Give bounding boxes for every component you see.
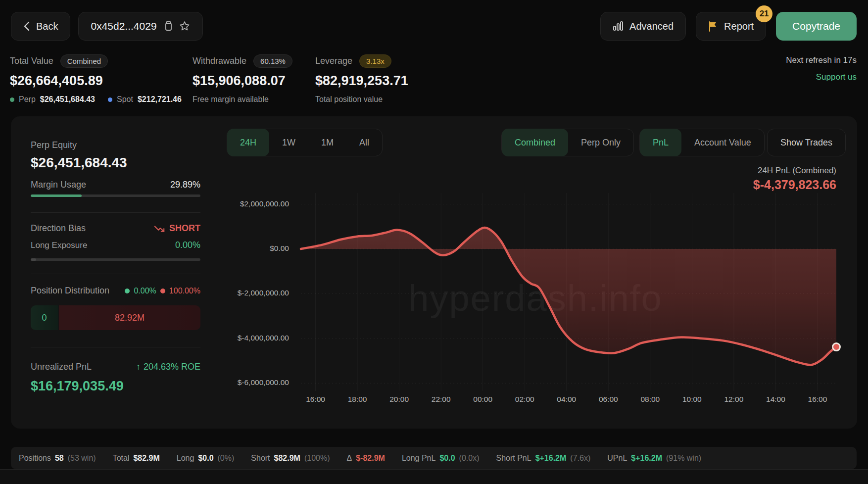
hyperdash-dashboard: Back 0x45d2...4029 Advanced (0, 0, 868, 484)
advanced-button[interactable]: Advanced (600, 12, 686, 41)
metric-tab-group: PnL Account Value (639, 129, 765, 156)
tab-account-value[interactable]: Account Value (681, 129, 764, 156)
tab-perp-only[interactable]: Perp Only (568, 129, 633, 156)
footer-total: Total$82.9M (113, 454, 160, 463)
pnl-area-chart[interactable] (297, 193, 845, 403)
withdrawable-amount: $15,906,088.07 (193, 73, 292, 89)
position-distribution-row: Position Distribution 0.00% 100.00% (31, 286, 200, 296)
total-value-amount: $26,664,405.89 (10, 73, 182, 89)
withdrawable-badge: 60.13% (253, 54, 292, 68)
short-pct-dot-icon (160, 289, 165, 293)
footer-short: Short$82.9M(100%) (251, 454, 330, 463)
arrow-up-icon: ↑ (136, 362, 141, 372)
range-tab-group: 24H 1W 1M All (227, 129, 383, 156)
margin-usage-bar (31, 194, 200, 197)
distribution-short-segment: 82.92M (59, 305, 200, 330)
long-pct-dot-icon (125, 289, 130, 293)
long-pct-value: 0.00% (134, 287, 156, 295)
mode-tab-group: Combined Perp Only (501, 129, 634, 156)
main-card: Perp Equity $26,451,684.43 Margin Usage … (11, 116, 857, 429)
footer-positions: Positions58(53 win) (19, 454, 96, 463)
tab-1w[interactable]: 1W (269, 129, 308, 156)
footer-upnl: UPnL$+16.2M(91% win) (607, 454, 701, 463)
spot-dot-icon (108, 97, 112, 102)
margin-usage-label: Margin Usage (31, 180, 86, 190)
tab-combined[interactable]: Combined (502, 129, 568, 156)
spot-value: $212,721.46 (138, 95, 182, 104)
direction-bias-label: Direction Bias (31, 223, 86, 234)
copytrade-label: Copytrade (792, 20, 840, 32)
perp-label: Perp (19, 95, 36, 104)
unrealized-pnl-label: Unrealized PnL (31, 362, 92, 372)
perp-equity-label: Perp Equity (31, 140, 200, 150)
long-exposure-value: 0.00% (175, 240, 200, 250)
perp-dot-icon (10, 97, 14, 102)
star-icon[interactable] (179, 20, 191, 32)
leverage-stat: Leverage 3.13x $82,919,253.71 Total posi… (315, 54, 408, 104)
leverage-sub: Total position value (315, 95, 383, 104)
y-tick-label: $-2,000,000.00 (238, 289, 289, 297)
tab-all[interactable]: All (346, 129, 382, 156)
direction-bias-value: SHORT (169, 223, 200, 234)
roe-value: 204.63% ROE (144, 362, 200, 372)
report-button-wrap: Report 21 (696, 12, 766, 41)
tab-24h[interactable]: 24H (227, 129, 269, 156)
footer-short-pnl: Short PnL$+16.2M(7.6x) (496, 454, 590, 463)
total-value-stat: Total Value Combined $26,664,405.89 Perp… (10, 54, 182, 104)
address-pill[interactable]: 0x45d2...4029 (78, 12, 202, 41)
withdrawable-sub: Free margin available (193, 95, 269, 104)
tab-1m[interactable]: 1M (308, 129, 346, 156)
y-tick-label: $2,000,000.00 (240, 199, 289, 208)
leverage-badge: 3.13x (359, 54, 391, 68)
wallet-address: 0x45d2...4029 (91, 20, 156, 32)
spot-label: Spot (117, 95, 133, 104)
total-value-label: Total Value (10, 56, 53, 66)
below-section (0, 470, 868, 484)
combined-badge: Combined (60, 54, 108, 68)
chart-y-axis-labels: $2,000,000.00$0.00$-2,000,000.00$-4,000,… (199, 193, 293, 403)
y-tick-label: $-6,000,000.00 (238, 378, 289, 387)
y-tick-label: $0.00 (270, 244, 289, 253)
chevron-left-icon (23, 21, 30, 31)
footer-long-pnl: Long PnL$0.0(0.0x) (402, 454, 480, 463)
chart-pnl-label: 24H PnL (Combined) (758, 166, 836, 176)
tab-pnl[interactable]: PnL (640, 129, 681, 156)
copy-icon[interactable] (163, 21, 173, 32)
unrealized-pnl-value: $16,179,035.49 (31, 379, 200, 394)
short-pct-value: 100.00% (169, 287, 200, 295)
distribution-long-segment: 0 (31, 305, 59, 330)
trending-down-icon (154, 225, 165, 233)
withdrawable-stat: Withdrawable 60.13% $15,906,088.07 Free … (193, 54, 292, 104)
margin-usage-fill (31, 194, 82, 197)
show-trades-button[interactable]: Show Trades (767, 129, 846, 156)
support-us-link[interactable]: Support us (816, 72, 857, 82)
unrealized-pnl-row: Unrealized PnL ↑ 204.63% ROE (31, 362, 200, 372)
header-actions: Advanced Report 21 Copytrade (600, 12, 857, 41)
copytrade-button[interactable]: Copytrade (776, 12, 857, 41)
long-exposure-bar (31, 258, 200, 261)
header-bar: Back 0x45d2...4029 Advanced (11, 12, 857, 41)
position-distribution-label: Position Distribution (31, 286, 109, 296)
direction-bias-row: Direction Bias SHORT (31, 223, 200, 234)
margin-usage-value: 29.89% (170, 180, 200, 190)
perp-value: $26,451,684.43 (40, 95, 95, 104)
withdrawable-label: Withdrawable (193, 56, 246, 66)
footer-long: Long$0.0(0%) (177, 454, 235, 463)
leverage-label: Leverage (315, 56, 352, 66)
long-exposure-label: Long Exposure (31, 241, 87, 250)
back-label: Back (36, 21, 58, 32)
distribution-bar: 0 82.92M (31, 305, 200, 330)
refresh-countdown: Next refresh in 17s (786, 55, 857, 65)
chart-pnl-value: $-4,379,823.66 (753, 178, 836, 192)
perp-equity-value: $26,451,684.43 (31, 155, 200, 171)
margin-usage-row: Margin Usage 29.89% (31, 180, 200, 190)
footer-delta: Δ$-82.9M (347, 454, 385, 463)
flag-icon (708, 21, 718, 32)
leverage-amount: $82,919,253.71 (315, 73, 408, 89)
positions-summary-bar: Positions58(53 win) Total$82.9M Long$0.0… (11, 447, 857, 469)
long-exposure-nub (31, 258, 36, 261)
back-button[interactable]: Back (11, 12, 70, 41)
long-exposure-row: Long Exposure 0.00% (31, 240, 200, 250)
report-count-badge: 21 (756, 5, 772, 22)
report-label: Report (724, 21, 754, 32)
